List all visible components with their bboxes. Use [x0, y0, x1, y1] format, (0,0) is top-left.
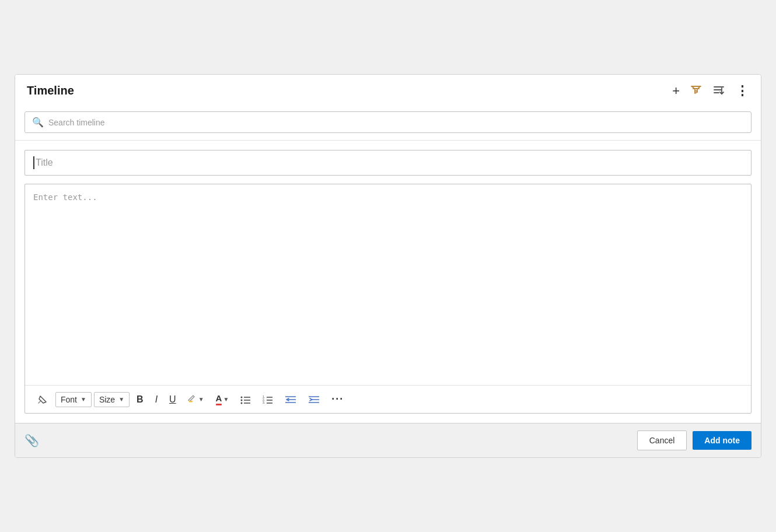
header: Timeline + ⋮ [15, 75, 761, 107]
formatting-toolbar: Font ▼ Size ▼ B I U [25, 385, 751, 413]
search-input[interactable] [48, 118, 744, 127]
size-label: Size [99, 395, 115, 404]
ordered-list-button[interactable]: 1. 2. 3. [258, 392, 278, 407]
footer-right: Cancel Add note [637, 430, 751, 450]
attachment-icon[interactable]: 📎 [25, 433, 39, 447]
title-input-wrapper[interactable] [25, 150, 751, 176]
font-color-icon: A [216, 393, 222, 405]
footer-left: 📎 [25, 433, 39, 447]
title-input[interactable] [36, 158, 743, 168]
text-editor[interactable] [25, 184, 751, 383]
more-options-button[interactable]: ··· [327, 390, 348, 408]
font-dropdown-arrow: ▼ [81, 396, 86, 402]
font-color-button[interactable]: A ▼ [211, 390, 234, 408]
clear-formatting-button[interactable] [32, 391, 53, 408]
cancel-button[interactable]: Cancel [637, 430, 687, 450]
more-icon[interactable]: ⋮ [736, 85, 749, 97]
highlight-dropdown-arrow: ▼ [198, 396, 204, 402]
highlight-icon [188, 394, 197, 405]
font-color-dropdown-arrow: ▼ [223, 396, 229, 402]
sort-icon[interactable] [712, 84, 725, 97]
svg-point-5 [241, 396, 243, 398]
font-label: Font [61, 395, 77, 404]
footer: 📎 Cancel Add note [15, 423, 761, 457]
svg-point-7 [241, 402, 243, 404]
svg-point-6 [241, 399, 243, 401]
text-editor-wrapper: Font ▼ Size ▼ B I U [25, 184, 751, 414]
unordered-list-button[interactable] [236, 392, 256, 407]
search-input-wrapper[interactable]: 🔍 [25, 111, 751, 133]
add-icon[interactable]: + [672, 85, 680, 97]
outdent-button[interactable] [280, 392, 301, 407]
search-icon: 🔍 [32, 117, 44, 128]
underline-button[interactable]: U [165, 391, 181, 408]
page-title: Timeline [27, 84, 74, 97]
highlight-button[interactable]: ▼ [183, 391, 209, 408]
title-cursor [33, 156, 34, 169]
add-note-button[interactable]: Add note [693, 431, 751, 450]
italic-button[interactable]: I [151, 391, 162, 408]
search-bar: 🔍 [15, 107, 761, 141]
size-dropdown-arrow: ▼ [118, 396, 124, 402]
size-dropdown[interactable]: Size ▼ [94, 392, 130, 407]
header-actions: + ⋮ [672, 84, 749, 97]
indent-button[interactable] [303, 392, 324, 407]
main-content: Font ▼ Size ▼ B I U [15, 141, 761, 423]
svg-text:3.: 3. [263, 401, 265, 404]
svg-rect-4 [189, 401, 193, 402]
font-dropdown[interactable]: Font ▼ [55, 392, 92, 407]
timeline-panel: Timeline + ⋮ [15, 74, 761, 458]
bold-button[interactable]: B [132, 391, 148, 408]
filter-icon[interactable] [690, 84, 702, 97]
